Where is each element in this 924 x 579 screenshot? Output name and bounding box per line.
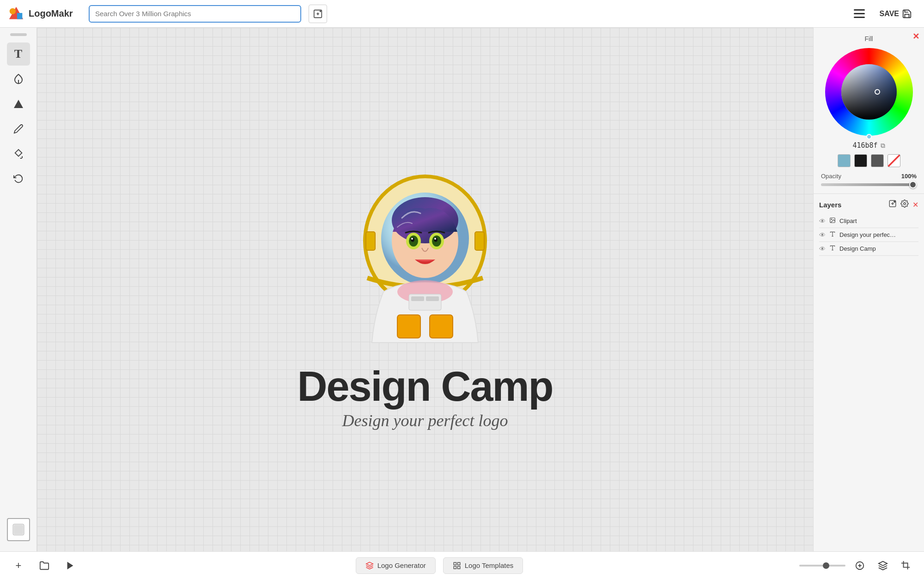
expand-button[interactable] xyxy=(851,557,869,574)
svg-rect-26 xyxy=(397,315,420,338)
logo-generator-label: Logo Generator xyxy=(377,561,426,569)
canvas-content: Design Camp Design your perfect logo xyxy=(297,149,553,430)
pencil-tool-button[interactable] xyxy=(7,117,30,140)
svg-rect-47 xyxy=(454,566,456,568)
layers-settings-button[interactable] xyxy=(900,199,909,210)
layer-name-subtitle: Design your perfec… xyxy=(839,231,918,238)
opacity-slider-container[interactable] xyxy=(821,183,917,186)
opacity-thumb[interactable] xyxy=(909,181,917,188)
add-layer-button[interactable]: + xyxy=(888,199,897,210)
color-wheel[interactable] xyxy=(825,48,913,136)
opacity-value: 100% xyxy=(901,173,917,180)
left-toolbar: T xyxy=(0,28,37,551)
logo-templates-label: Logo Templates xyxy=(465,561,514,569)
layer-visibility-icon-title[interactable]: 👁 xyxy=(819,245,826,253)
svg-point-6 xyxy=(320,10,322,12)
fill-label: Fill xyxy=(821,35,917,42)
add-element-button[interactable]: + xyxy=(9,556,28,575)
save-icon xyxy=(902,9,912,19)
main-area: T xyxy=(0,28,924,551)
toolbar-drag-handle[interactable] xyxy=(10,33,27,36)
color-picker-dot[interactable] xyxy=(875,89,880,95)
zoom-thumb[interactable] xyxy=(823,562,829,569)
svg-rect-2 xyxy=(17,13,22,19)
bottom-right xyxy=(799,557,915,574)
svg-point-39 xyxy=(831,219,832,220)
svg-text:+: + xyxy=(894,201,895,203)
history-tool-button[interactable] xyxy=(7,167,30,190)
canvas-subtitle[interactable]: Design your perfect logo xyxy=(342,411,508,430)
crop-button[interactable] xyxy=(897,557,915,574)
hex-value[interactable]: 416b8f xyxy=(852,141,877,150)
zoom-slider[interactable] xyxy=(799,565,845,567)
logo-generator-tab[interactable]: Logo Generator xyxy=(356,557,436,574)
svg-marker-44 xyxy=(67,561,73,569)
layer-name-clipart: Clipart xyxy=(839,217,918,224)
svg-rect-10 xyxy=(14,525,23,534)
zoom-track[interactable] xyxy=(799,565,845,567)
layer-type-icon-title xyxy=(829,245,836,253)
open-folder-button[interactable] xyxy=(35,556,54,575)
svg-rect-46 xyxy=(457,562,460,565)
wheel-indicator-dot[interactable] xyxy=(866,134,872,139)
swatch-blue[interactable] xyxy=(838,154,851,167)
swatch-gray[interactable] xyxy=(871,154,884,167)
svg-rect-31 xyxy=(426,296,439,301)
swatch-black[interactable] xyxy=(854,154,867,167)
swatch-diagonal[interactable] xyxy=(888,154,900,167)
astronaut-image[interactable] xyxy=(337,149,513,361)
upload-button[interactable] xyxy=(309,5,327,23)
right-panel: ✕ Fill 416b8f ⧉ O xyxy=(813,28,924,551)
layer-thumbnail[interactable] xyxy=(7,518,30,541)
color-picker-gradient[interactable] xyxy=(841,64,897,120)
layer-item-clipart[interactable]: 👁 Clipart xyxy=(819,214,918,228)
triangle-tool-button[interactable] xyxy=(7,92,30,115)
opacity-slider[interactable] xyxy=(821,183,917,186)
color-hex-row: 416b8f ⧉ xyxy=(821,141,917,150)
svg-rect-30 xyxy=(411,296,424,301)
search-input[interactable] xyxy=(95,10,295,18)
search-box[interactable] xyxy=(89,5,301,23)
layer-type-icon-clipart xyxy=(829,217,836,225)
svg-rect-48 xyxy=(457,566,460,568)
ai-icon xyxy=(365,561,374,570)
layer-type-icon-subtitle xyxy=(829,231,836,239)
svg-point-37 xyxy=(904,203,906,205)
canvas-title[interactable]: Design Camp xyxy=(297,366,553,407)
svg-point-22 xyxy=(411,238,413,240)
layers-panel: Layers + ✕ xyxy=(814,194,924,551)
layer-visibility-icon-clipart[interactable]: 👁 xyxy=(819,217,826,225)
canvas-area[interactable]: Design Camp Design your perfect logo xyxy=(37,28,813,551)
layer-name-title: Design Camp xyxy=(839,245,918,252)
svg-rect-25 xyxy=(475,232,484,250)
play-button[interactable] xyxy=(61,556,79,575)
templates-icon xyxy=(453,561,461,570)
save-button[interactable]: SAVE xyxy=(875,6,917,22)
color-panel: ✕ Fill 416b8f ⧉ O xyxy=(814,28,924,194)
layer-item-subtitle[interactable]: 👁 Design your perfec… xyxy=(819,228,918,242)
bottom-toolbar: + Logo Generator Logo Templat xyxy=(0,551,924,579)
bottom-center: Logo Generator Logo Templates xyxy=(87,557,792,574)
layer-item-title[interactable]: 👁 Design Camp xyxy=(819,242,918,256)
copy-hex-button[interactable]: ⧉ xyxy=(881,142,885,150)
logo-text: LogoMakr xyxy=(29,8,73,19)
delete-layer-button[interactable]: ✕ xyxy=(912,200,918,209)
svg-marker-52 xyxy=(879,561,887,565)
logo-area: LogoMakr xyxy=(7,5,81,23)
svg-point-1 xyxy=(10,8,16,14)
logo-icon xyxy=(7,5,25,23)
color-panel-close-button[interactable]: ✕ xyxy=(912,31,919,42)
svg-rect-45 xyxy=(454,562,456,565)
layers-button[interactable] xyxy=(874,557,892,574)
logo-templates-tab[interactable]: Logo Templates xyxy=(443,557,523,574)
hamburger-button[interactable] xyxy=(851,6,868,22)
layer-visibility-icon-subtitle[interactable]: 👁 xyxy=(819,231,826,239)
opacity-label: Opacity xyxy=(821,173,901,180)
header: LogoMakr SAVE xyxy=(0,0,924,28)
svg-rect-24 xyxy=(366,232,375,250)
text-tool-button[interactable]: T xyxy=(7,42,30,66)
fill-tool-button[interactable] xyxy=(7,142,30,165)
color-swatches xyxy=(821,154,917,167)
color-wheel-container[interactable] xyxy=(821,48,917,136)
power-tool-button[interactable] xyxy=(7,67,30,90)
